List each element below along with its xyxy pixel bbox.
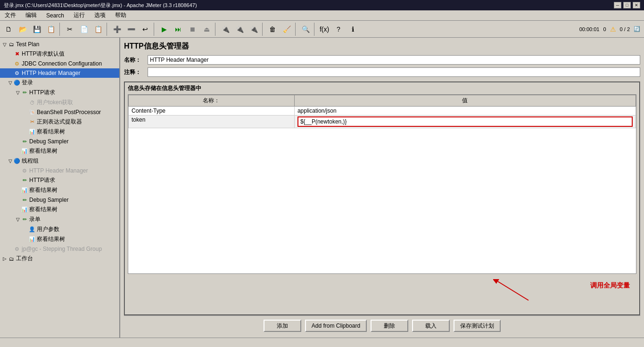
headers-table: 名称： 值 Content-Type application/json toke…: [128, 95, 636, 128]
menu-search[interactable]: Search: [43, 11, 67, 20]
tree-item-results3[interactable]: 📊 察看结果树: [0, 185, 119, 195]
menu-run[interactable]: 运行: [71, 10, 88, 20]
tree-item-jdbc-config[interactable]: ⚙ JDBC Connection Configuration: [0, 59, 119, 68]
clear-all-button[interactable]: 🧹: [280, 23, 293, 36]
tree-item-stepping-thread[interactable]: ⚙ jp@gc - Stepping Thread Group: [0, 244, 119, 254]
results3-icon: 📊: [21, 187, 28, 194]
paste-button[interactable]: 📋: [91, 23, 105, 36]
login-icon: 🔵: [13, 79, 21, 87]
tree-item-thread-group[interactable]: ▽ 🔵 线程组: [0, 156, 119, 166]
collapse-button[interactable]: ➖: [124, 23, 138, 36]
regex-icon: ✂: [28, 118, 36, 126]
tree-item-workbench[interactable]: ▷ 🗂 工作台: [0, 254, 119, 264]
expand-test-plan[interactable]: ▽: [2, 42, 8, 47]
menu-options[interactable]: 选项: [91, 10, 108, 20]
tree-item-user-token[interactable]: ⏱ 用户token获取: [0, 98, 119, 107]
workbench-icon: 🗂: [8, 255, 15, 263]
load-button[interactable]: 载入: [412, 320, 450, 332]
tree-item-login[interactable]: ▽ 🔵 登录: [0, 78, 119, 88]
expand-results1: [23, 129, 28, 134]
delete-button[interactable]: 删除: [371, 320, 408, 332]
table-row: token: [129, 116, 636, 128]
tree-item-regex[interactable]: ✂ 正则表达式提取器: [0, 117, 119, 127]
cut-button[interactable]: ✂: [63, 23, 76, 36]
maximize-btn[interactable]: □: [623, 2, 631, 8]
tree-label-thread-group: 线程组: [22, 157, 39, 165]
menu-file[interactable]: 文件: [2, 10, 19, 20]
expand-http-request[interactable]: ▽: [15, 90, 21, 95]
remote-stop-button[interactable]: 🔌: [233, 23, 246, 36]
row1-name[interactable]: Content-Type: [129, 107, 295, 116]
menu-edit[interactable]: 编辑: [23, 10, 40, 20]
minimize-btn[interactable]: ─: [614, 2, 621, 8]
clear-button[interactable]: 🗑: [266, 23, 279, 36]
tree-item-user-params[interactable]: 👤 用户参数: [0, 224, 119, 234]
debug2-icon: ✏: [21, 196, 28, 204]
tree-item-beanshell[interactable]: 🐚 BeanShell PostProcessor: [0, 107, 119, 117]
tree-label-login: 登录: [22, 79, 33, 87]
tree-item-results4[interactable]: 📊 察看结果树: [0, 205, 119, 215]
about-button[interactable]: ℹ: [346, 23, 359, 36]
ratio-display: 0 / 2: [620, 26, 630, 32]
expand-results4: [15, 207, 21, 212]
tree-item-http-request[interactable]: ▽ ✏ HTTP请求: [0, 88, 119, 98]
token-value-input[interactable]: [297, 116, 633, 127]
expand-recording[interactable]: ▽: [15, 217, 21, 222]
row1-value[interactable]: application/json: [294, 107, 636, 116]
copy-button[interactable]: 📄: [77, 23, 91, 36]
tree-item-recording[interactable]: ▽ ✏ 录单: [0, 215, 119, 224]
search-toolbar-button[interactable]: 🔍: [299, 23, 312, 36]
section-title: 信息头存储在信息头管理器中: [125, 83, 639, 94]
save-button[interactable]: 💾: [30, 23, 43, 36]
save-plan-button[interactable]: 保存测试计划: [454, 320, 501, 332]
help-button[interactable]: ?: [332, 23, 345, 36]
close-btn[interactable]: ✕: [633, 2, 640, 8]
expand-button[interactable]: ➕: [110, 23, 124, 36]
tree-item-http-request2[interactable]: ✏ HTTP请求: [0, 175, 119, 185]
tree-label-debug1: Debug Sampler: [29, 138, 68, 145]
stop-button[interactable]: ⏹: [186, 23, 199, 36]
tree-item-http-defaults[interactable]: ✖ HTTP请求默认值: [0, 49, 119, 59]
remote-start-button[interactable]: 🔌: [219, 23, 232, 36]
expand-workbench[interactable]: ▷: [2, 256, 8, 261]
table-row: Content-Type application/json: [129, 107, 636, 116]
add-button[interactable]: 添加: [264, 320, 301, 332]
expand-thread-group[interactable]: ▽: [8, 158, 13, 164]
name-input[interactable]: [148, 55, 640, 65]
start-no-pause-button[interactable]: ⏭: [172, 23, 185, 36]
remote-shutdown-button[interactable]: 🔌: [247, 23, 260, 36]
col-value-header: 值: [294, 95, 636, 107]
tree-item-http-header-manager[interactable]: ⚙ HTTP Header Manager: [0, 68, 119, 78]
bottom-buttons: 添加 Add from Clipboard 删除 载入 保存测试计划: [124, 315, 640, 334]
menu-help[interactable]: 帮助: [112, 10, 129, 20]
toolbar-right: 00:00:01 0 ⚠ 0 / 2 🔄: [579, 25, 642, 33]
tree-item-results5[interactable]: 📊 察看结果树: [0, 234, 119, 244]
tree-item-results1[interactable]: 📊 察看结果树: [0, 127, 119, 137]
tree-item-debug1[interactable]: ✏ Debug Sampler: [0, 137, 119, 146]
content-panel: HTTP信息头管理器 名称： 注释： 信息头存储在信息头管理器中 名称： 值: [120, 38, 644, 338]
tree-item-debug2[interactable]: ✏ Debug Sampler: [0, 195, 119, 205]
open-button[interactable]: 📂: [16, 23, 29, 36]
tree-item-results2[interactable]: 📊 察看结果树: [0, 146, 119, 156]
annotation-area: 调用全局变量: [125, 277, 639, 314]
timer-display: 00:00:01: [579, 26, 600, 32]
row2-name[interactable]: token: [129, 116, 295, 128]
start-button[interactable]: ▶: [157, 23, 171, 36]
add-clipboard-button[interactable]: Add from Clipboard: [305, 320, 367, 332]
comment-input[interactable]: [148, 67, 640, 77]
title-controls[interactable]: ─ □ ✕: [614, 2, 640, 8]
row2-value-cell[interactable]: [294, 116, 636, 128]
expand-results5: [23, 237, 28, 242]
headers-table-container: 名称： 值 Content-Type application/json toke…: [128, 94, 636, 274]
tree-label-results5: 察看结果树: [37, 235, 65, 243]
toggle-button[interactable]: ↩: [139, 23, 152, 36]
tree-label-beanshell: BeanShell PostProcessor: [37, 109, 101, 116]
expand-login[interactable]: ▽: [8, 80, 13, 85]
functions-button[interactable]: f(x): [318, 23, 331, 36]
tree-item-test-plan[interactable]: ▽ 🗂 Test Plan: [0, 40, 119, 49]
new-button[interactable]: 🗋: [2, 23, 15, 36]
expand-results2: [15, 149, 21, 154]
save-as-button[interactable]: 📋: [44, 23, 58, 36]
tree-item-header-manager2[interactable]: ⚙ HTTP Header Manager: [0, 166, 119, 175]
shutdown-button[interactable]: ⏏: [200, 23, 213, 36]
